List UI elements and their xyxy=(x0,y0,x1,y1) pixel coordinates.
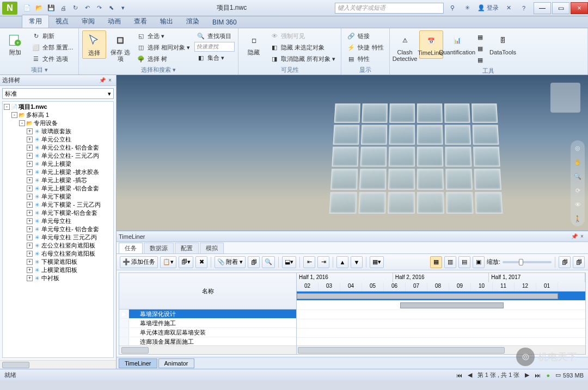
expand-toggle[interactable]: + xyxy=(27,226,33,232)
3d-viewport[interactable]: ◎ ✋ 🔍 ⟳ 👁 🚶 xyxy=(117,75,588,231)
tree-node[interactable]: +✳单元公立柱- 铝合金套 xyxy=(4,144,112,152)
title-search-icon[interactable]: ⚲ xyxy=(447,3,458,14)
tree-node[interactable]: +✳单元公立柱- 三元乙丙 xyxy=(4,152,112,160)
qat-open-icon[interactable]: 📂 xyxy=(34,3,45,14)
expand-toggle[interactable]: + xyxy=(27,243,33,249)
window-maximize-button[interactable]: ▭ xyxy=(552,2,569,14)
expand-toggle[interactable]: + xyxy=(27,275,33,281)
qat-select-icon[interactable]: ⬉ xyxy=(106,3,117,14)
tool-b[interactable]: 🔍 xyxy=(262,256,275,268)
view-mode-2[interactable]: ▥ xyxy=(444,256,456,268)
task-row[interactable]: 连廊顶金属屋面施工 xyxy=(119,337,296,345)
ribbon-tab-1[interactable]: 视点 xyxy=(49,15,75,28)
view-mode-4[interactable]: ▣ xyxy=(473,256,485,268)
tree-node[interactable]: +✳单元公立柱 xyxy=(4,135,112,144)
expand-toggle[interactable]: + xyxy=(27,169,33,175)
hide-button[interactable]: ◻ 隐藏 xyxy=(242,30,266,58)
row-handle[interactable] xyxy=(119,319,129,327)
props-button[interactable]: ▤特性 xyxy=(345,53,385,64)
close-icon[interactable]: × xyxy=(106,77,114,84)
tree-node[interactable]: +✳左公立柱竖向遮阳板 xyxy=(4,242,112,250)
expand-toggle[interactable]: + xyxy=(27,161,33,167)
tool-c[interactable]: ⬓▾ xyxy=(282,256,296,268)
help-search-input[interactable]: 键入关键字或短语 xyxy=(335,3,444,14)
nav-prev-icon[interactable]: ◀ xyxy=(468,372,472,379)
view-mode-1[interactable]: ▦ xyxy=(430,256,442,268)
refresh-button[interactable]: ↻刷新 xyxy=(29,30,75,41)
nav-next-icon[interactable]: ▶ xyxy=(525,372,529,379)
move-down-button[interactable]: ▼ xyxy=(351,256,363,268)
close-icon[interactable]: × xyxy=(578,233,586,240)
pin-icon[interactable]: 📌 xyxy=(99,77,106,84)
ribbon-tab-4[interactable]: 查看 xyxy=(127,15,154,28)
export-1[interactable]: 🗐 xyxy=(559,256,571,268)
qat-redo-icon[interactable]: ↷ xyxy=(94,3,105,14)
expand-toggle[interactable]: - xyxy=(19,120,25,126)
unhide-all-button[interactable]: ◨取消隐藏 所有对象 ▾ xyxy=(268,53,338,64)
links-button[interactable]: 🔗链接 xyxy=(345,30,385,41)
expand-toggle[interactable]: + xyxy=(27,202,33,208)
datatools-button[interactable]: 🗄DataTools xyxy=(491,30,515,58)
tree-node[interactable]: -📄项目1.nwc xyxy=(4,103,112,111)
steering-wheel-icon[interactable]: ◎ xyxy=(572,143,583,153)
tl-tab-2[interactable]: 配置 xyxy=(175,243,199,253)
row-handle[interactable] xyxy=(119,337,129,345)
bottom-tab-1[interactable]: Animator xyxy=(158,358,194,368)
expand-toggle[interactable]: + xyxy=(27,145,33,151)
tree-node[interactable]: +✳玻璃嵌套族 xyxy=(4,127,112,135)
pin-icon[interactable]: 📌 xyxy=(571,233,578,240)
zoom-icon[interactable]: 🔍 xyxy=(572,171,583,182)
expand-toggle[interactable]: + xyxy=(27,128,33,134)
qat-undo-icon[interactable]: ↶ xyxy=(82,3,93,14)
indent-out-button[interactable]: ⇤ xyxy=(303,256,315,268)
expand-toggle[interactable]: + xyxy=(27,153,33,159)
title-comm-icon[interactable]: ✳ xyxy=(462,3,473,14)
qat-save-icon[interactable]: 💾 xyxy=(46,3,57,14)
expand-toggle[interactable]: + xyxy=(27,251,33,257)
expand-toggle[interactable]: - xyxy=(11,112,17,118)
indent-in-button[interactable]: ⇥ xyxy=(317,256,329,268)
schedule-button[interactable]: ▦▾ xyxy=(370,256,384,268)
gantt-row[interactable] xyxy=(297,310,585,319)
app-logo[interactable]: N xyxy=(2,2,17,15)
tree-node[interactable]: +✳单元下横梁 xyxy=(4,193,112,201)
gantt-row[interactable] xyxy=(297,292,585,301)
qat-refresh-icon[interactable]: ↻ xyxy=(70,3,81,14)
find-items-button[interactable]: 🔍查找项目 xyxy=(194,30,235,41)
tree-mode-combo[interactable]: 标准▾ xyxy=(2,88,114,99)
ribbon-tab-3[interactable]: 动画 xyxy=(101,15,127,28)
select-button[interactable]: 选择 xyxy=(82,30,106,59)
ribbon-tab-7[interactable]: BIM 360 xyxy=(206,17,243,28)
quantification-button[interactable]: 📊Quantification xyxy=(445,30,469,58)
bottom-tab-0[interactable]: TimeLiner xyxy=(119,358,157,368)
pan-icon[interactable]: ✋ xyxy=(572,157,583,168)
gantt-bar[interactable] xyxy=(400,302,504,308)
tree-node[interactable]: +✳单元母立柱 xyxy=(4,217,112,225)
hide-unsel-button[interactable]: ◧隐藏 未选定对象 xyxy=(268,42,338,53)
export-2[interactable]: 🗐 xyxy=(573,256,585,268)
sets-button[interactable]: ◧集合 ▾ xyxy=(194,52,235,63)
column-header-name[interactable]: 名称 xyxy=(119,273,296,309)
task-row[interactable]: ▶幕墙深化设计 xyxy=(119,309,296,319)
expand-toggle[interactable]: + xyxy=(27,185,33,191)
expand-toggle[interactable]: + xyxy=(27,267,33,273)
tool-misc-1[interactable]: ▦ xyxy=(474,32,487,42)
attach-button[interactable]: 📎附着 ▾ xyxy=(215,256,246,268)
look-icon[interactable]: 👁 xyxy=(572,199,583,210)
tree-node[interactable]: +✳单元上横梁 xyxy=(4,160,112,168)
tree-node[interactable]: -📂专用设备 xyxy=(4,119,112,127)
tree-node[interactable]: +✳单元上横梁 -披水胶条 xyxy=(4,168,112,176)
tree-node[interactable]: +✳单元上横梁 -插芯 xyxy=(4,176,112,184)
delete-task-button[interactable]: ✖ xyxy=(195,256,207,268)
task-row[interactable]: 单元体连廊双层幕墙安装 xyxy=(119,328,296,337)
zoom-slider[interactable] xyxy=(503,261,552,263)
tree-node[interactable]: +✳单元下横梁-铝合金套 xyxy=(4,209,112,217)
gantt-row[interactable] xyxy=(297,338,585,345)
task-hscroll[interactable] xyxy=(119,345,296,354)
tree-node[interactable]: +✳上横梁遮阳板 xyxy=(4,266,112,274)
title-cloud-icon[interactable]: ✕ xyxy=(503,3,514,14)
ribbon-tab-2[interactable]: 审阅 xyxy=(75,15,101,28)
gantt-bar[interactable] xyxy=(297,293,558,299)
view-mode-3[interactable]: ▤ xyxy=(458,256,470,268)
window-close-button[interactable]: × xyxy=(571,2,588,14)
